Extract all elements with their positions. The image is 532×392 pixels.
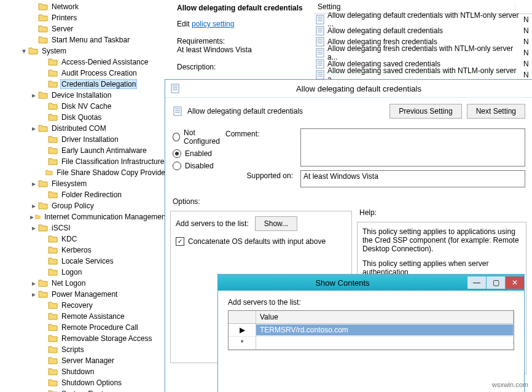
chevron-right-icon[interactable]: ▸: [29, 290, 38, 299]
tree-item[interactable]: Folder Redirection: [0, 189, 169, 200]
col-setting[interactable]: Setting: [314, 2, 515, 11]
tree-item[interactable]: Server: [0, 23, 169, 34]
tree-item[interactable]: Scripts: [0, 344, 169, 355]
tree-item-label: Remote Assistance: [60, 312, 126, 321]
tree-item[interactable]: ▸Device Installation: [0, 90, 169, 101]
tree-item[interactable]: ▸Internet Communication Management: [0, 211, 169, 222]
tree-item[interactable]: Driver Installation: [0, 134, 169, 145]
policy-list[interactable]: Setting Allow delegating default credent…: [314, 0, 532, 80]
tree-item[interactable]: ▸iSCSI: [0, 222, 169, 233]
row-indicator-icon: ▶: [229, 324, 256, 336]
chevron-right-icon[interactable]: ▸: [29, 179, 38, 188]
tree-item[interactable]: Server Manager: [0, 355, 169, 366]
checkbox-icon[interactable]: ✓: [176, 237, 184, 246]
tree-item[interactable]: Remote Procedure Call: [0, 322, 169, 333]
tree-item[interactable]: ▸Net Logon: [0, 278, 169, 289]
folder-icon: [38, 223, 48, 233]
dialog-titlebar[interactable]: Show Contents — ▢ ✕: [218, 275, 524, 291]
col-value[interactable]: Value: [256, 311, 514, 323]
maximize-button[interactable]: ▢: [487, 276, 505, 289]
tree-item[interactable]: Logon: [0, 267, 169, 278]
radio-label: Not Configured: [184, 128, 225, 146]
tree-item[interactable]: Shutdown: [0, 366, 169, 377]
tree-item[interactable]: System Restore: [0, 388, 169, 392]
tree-item[interactable]: ▸Distributed COM: [0, 123, 169, 134]
setting-icon: [315, 37, 325, 47]
tree-item[interactable]: Disk Quotas: [0, 112, 169, 123]
supported-on-label: Supported on:: [225, 170, 293, 180]
close-button[interactable]: ✕: [506, 276, 524, 289]
show-button[interactable]: Show...: [255, 216, 297, 231]
tree-item[interactable]: ▸Group Policy: [0, 200, 169, 211]
policy-list-row[interactable]: Allow delegating default credentials wit…: [314, 14, 532, 25]
tree-item[interactable]: ▸Filesystem: [0, 178, 169, 189]
concat-label: Concatenate OS defaults with input above: [188, 237, 326, 246]
chevron-down-icon[interactable]: ▾: [20, 47, 28, 55]
tree-item[interactable]: Audit Process Creation: [0, 68, 169, 79]
options-label: Options:: [173, 197, 200, 206]
grid-new-row[interactable]: *: [229, 337, 514, 350]
previous-setting-button[interactable]: Previous Setting: [389, 104, 461, 119]
tree-item-label: Access-Denied Assistance: [60, 58, 149, 66]
setting-icon: [315, 70, 325, 80]
policy-tree[interactable]: NetworkPrintersServerStart Menu and Task…: [0, 0, 169, 392]
tree-item[interactable]: Recovery: [0, 300, 169, 311]
folder-icon: [38, 179, 48, 189]
tree-item[interactable]: Removable Storage Access: [0, 333, 169, 344]
edit-policy-link[interactable]: policy setting: [192, 20, 234, 28]
folder-icon: [48, 300, 58, 310]
tree-item[interactable]: ▸Power Management: [0, 289, 169, 300]
folder-icon: [48, 112, 58, 122]
radio-label: Disabled: [185, 162, 214, 170]
chevron-right-icon[interactable]: ▸: [29, 202, 38, 210]
tree-item[interactable]: Access-Denied Assistance: [0, 57, 169, 68]
tree-item-label: Driver Installation: [60, 135, 120, 144]
tree-item[interactable]: Credentials Delegation: [0, 79, 169, 90]
radio-enabled[interactable]: Enabled: [173, 149, 225, 158]
chevron-right-icon[interactable]: ▸: [29, 124, 38, 133]
tree-item[interactable]: Disk NV Cache: [0, 101, 169, 112]
comment-input[interactable]: [300, 128, 525, 167]
radio-not-configured[interactable]: Not Configured: [173, 128, 225, 146]
chevron-right-icon[interactable]: ▸: [29, 279, 38, 288]
dialog-titlebar[interactable]: Allow delegating default credentials: [165, 80, 532, 98]
grid-header[interactable]: Value: [229, 311, 514, 324]
tree-item[interactable]: Start Menu and Taskbar: [0, 34, 169, 45]
folder-icon: [48, 312, 58, 321]
policy-list-row[interactable]: Allow delegating default credentialsN: [314, 25, 532, 36]
tree-item[interactable]: Remote Assistance: [0, 311, 169, 322]
tree-item[interactable]: File Classification Infrastructure: [0, 156, 169, 167]
tree-item[interactable]: Kerberos: [0, 245, 169, 256]
value-cell[interactable]: [256, 342, 514, 344]
tree-item[interactable]: Shutdown Options: [0, 377, 169, 388]
tree-item-label: Recovery: [60, 301, 94, 310]
minimize-button[interactable]: —: [467, 276, 486, 289]
policy-list-row[interactable]: Allow delegating fresh credentials with …: [314, 47, 532, 58]
concat-checkbox-row[interactable]: ✓ Concatenate OS defaults with input abo…: [176, 237, 346, 246]
tree-item-label: File Share Shadow Copy Provider: [55, 168, 169, 177]
tree-item[interactable]: Locale Services: [0, 256, 169, 267]
tree-item-label: Logon: [60, 268, 83, 276]
servers-grid[interactable]: Value ▶ TERMSRV/rd.contoso.com *: [228, 310, 514, 350]
tree-item[interactable]: KDC: [0, 233, 169, 245]
tree-item-label: Scripts: [60, 345, 85, 354]
folder-icon: [48, 356, 58, 366]
tree-item[interactable]: File Share Shadow Copy Provider: [0, 167, 169, 178]
value-cell[interactable]: TERMSRV/rd.contoso.com: [256, 324, 514, 335]
grid-row[interactable]: ▶ TERMSRV/rd.contoso.com: [229, 324, 514, 337]
tree-item[interactable]: Printers: [0, 12, 169, 23]
tree-item[interactable]: Network: [0, 1, 169, 12]
next-setting-button[interactable]: Next Setting: [467, 104, 525, 119]
chevron-right-icon[interactable]: ▸: [29, 91, 38, 100]
folder-icon: [48, 245, 58, 255]
tree-item-label: Internet Communication Management: [43, 213, 169, 221]
tree-item-label: Group Policy: [50, 202, 95, 210]
radio-disabled[interactable]: Disabled: [173, 162, 225, 170]
folder-icon: [38, 13, 48, 23]
tree-item-label: System: [41, 47, 68, 55]
tree-item[interactable]: ▾System: [0, 45, 169, 57]
chevron-right-icon[interactable]: ▸: [29, 213, 35, 221]
folder-icon: [48, 234, 58, 244]
tree-item[interactable]: Early Launch Antimalware: [0, 145, 169, 156]
chevron-right-icon[interactable]: ▸: [29, 224, 38, 232]
